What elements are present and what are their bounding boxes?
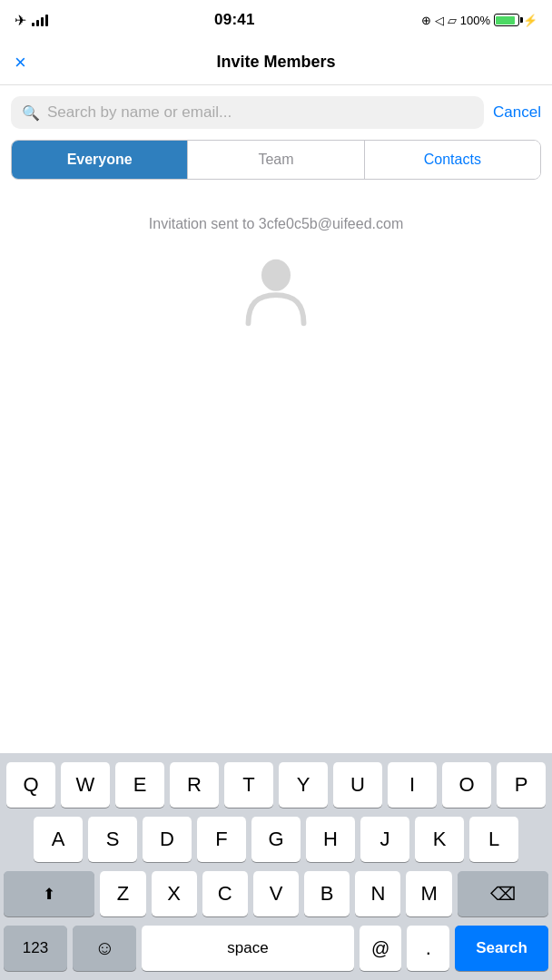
segmented-control: Everyone Team Contacts bbox=[11, 140, 541, 180]
status-bar: ✈ 09:41 ⊕ ◁ ▱ 100% ⚡ bbox=[0, 0, 552, 40]
charging-icon: ⚡ bbox=[523, 14, 537, 27]
search-key[interactable]: Search bbox=[455, 926, 548, 971]
key-w[interactable]: W bbox=[61, 762, 110, 808]
key-a[interactable]: A bbox=[34, 817, 83, 862]
key-f[interactable]: F bbox=[197, 817, 246, 862]
invitation-message: Invitation sent to 3cfe0c5b@uifeed.com bbox=[149, 216, 403, 232]
space-key[interactable]: space bbox=[142, 926, 354, 971]
key-p[interactable]: P bbox=[497, 762, 546, 808]
key-q[interactable]: Q bbox=[6, 762, 55, 808]
svg-point-0 bbox=[261, 260, 291, 291]
main-content: Invitation sent to 3cfe0c5b@uifeed.com bbox=[0, 180, 552, 361]
key-s[interactable]: S bbox=[88, 817, 137, 862]
at-key[interactable]: @ bbox=[360, 926, 402, 971]
key-h[interactable]: H bbox=[306, 817, 355, 862]
keyboard-bottom-row: 123 ☺ space @ . Search bbox=[4, 926, 548, 971]
search-icon: 🔍 bbox=[22, 104, 40, 122]
key-y[interactable]: Y bbox=[279, 762, 328, 808]
nav-bar: × Invite Members bbox=[0, 40, 552, 85]
key-j[interactable]: J bbox=[360, 817, 409, 862]
key-v[interactable]: V bbox=[253, 871, 299, 916]
segment-team[interactable]: Team bbox=[188, 141, 364, 179]
key-u[interactable]: U bbox=[333, 762, 382, 808]
key-m[interactable]: M bbox=[406, 871, 451, 916]
shift-icon: ⬆ bbox=[43, 885, 55, 904]
segment-everyone[interactable]: Everyone bbox=[12, 141, 188, 179]
cancel-button[interactable]: Cancel bbox=[493, 103, 541, 122]
numbers-key[interactable]: 123 bbox=[4, 926, 67, 971]
key-i[interactable]: I bbox=[388, 762, 437, 808]
key-c[interactable]: C bbox=[202, 871, 248, 916]
search-input[interactable] bbox=[47, 103, 473, 122]
search-bar: 🔍 Cancel bbox=[0, 85, 552, 140]
emoji-icon: ☺ bbox=[94, 936, 114, 960]
battery-percent: 100% bbox=[460, 14, 490, 27]
shift-key[interactable]: ⬆ bbox=[4, 871, 94, 916]
status-left: ✈ bbox=[15, 12, 48, 29]
airplay-icon: ▱ bbox=[448, 14, 457, 27]
battery-icon bbox=[494, 14, 519, 26]
keyboard-row-3: ⬆ Z X C V B N M ⌫ bbox=[4, 871, 548, 916]
empty-state-person-icon bbox=[240, 254, 312, 327]
status-right: ⊕ ◁ ▱ 100% ⚡ bbox=[421, 14, 537, 27]
key-t[interactable]: T bbox=[224, 762, 273, 808]
key-k[interactable]: K bbox=[415, 817, 464, 862]
key-b[interactable]: B bbox=[304, 871, 350, 916]
page-title: Invite Members bbox=[216, 53, 335, 72]
key-n[interactable]: N bbox=[355, 871, 400, 916]
search-input-container[interactable]: 🔍 bbox=[11, 96, 484, 129]
key-d[interactable]: D bbox=[143, 817, 192, 862]
navigation-icon: ◁ bbox=[435, 14, 444, 27]
key-r[interactable]: R bbox=[170, 762, 219, 808]
key-e[interactable]: E bbox=[115, 762, 164, 808]
airplane-icon: ✈ bbox=[15, 12, 26, 29]
backspace-key[interactable]: ⌫ bbox=[458, 871, 548, 916]
segment-contacts[interactable]: Contacts bbox=[365, 141, 540, 179]
key-x[interactable]: X bbox=[152, 871, 197, 916]
keyboard: Q W E R T Y U I O P A S D F G H J K L ⬆ … bbox=[0, 753, 552, 980]
key-o[interactable]: O bbox=[442, 762, 491, 808]
keyboard-row-1: Q W E R T Y U I O P bbox=[4, 762, 548, 808]
signal-icon bbox=[32, 14, 48, 26]
emoji-key[interactable]: ☺ bbox=[73, 926, 136, 971]
status-time: 09:41 bbox=[214, 11, 255, 29]
keyboard-row-2: A S D F G H J K L bbox=[4, 817, 548, 862]
backspace-icon: ⌫ bbox=[490, 883, 516, 905]
dot-key[interactable]: . bbox=[407, 926, 449, 971]
location-icon: ⊕ bbox=[421, 14, 431, 27]
close-button[interactable]: × bbox=[15, 53, 26, 73]
key-z[interactable]: Z bbox=[100, 871, 145, 916]
key-g[interactable]: G bbox=[251, 817, 301, 862]
key-l[interactable]: L bbox=[469, 817, 518, 862]
